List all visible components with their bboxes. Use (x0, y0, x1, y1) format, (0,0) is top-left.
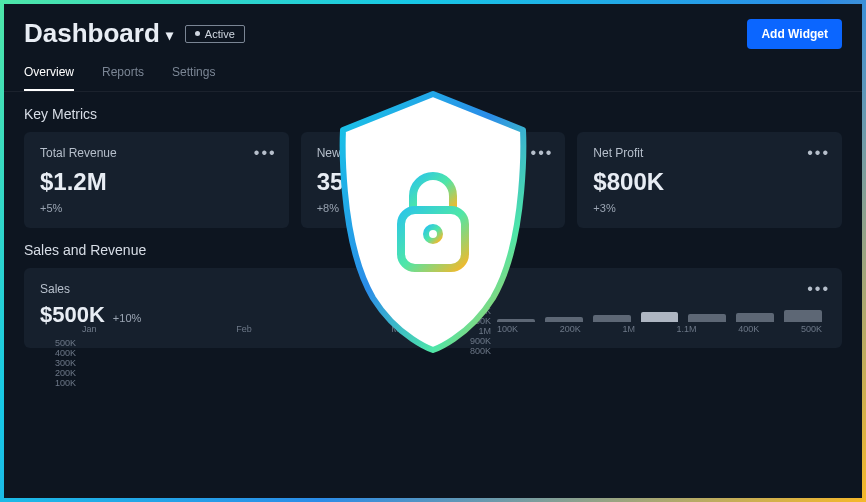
page-title: Dashboard (24, 18, 160, 49)
y-tick-label: 200K (455, 316, 491, 326)
x-tick-label: Jan (82, 324, 97, 338)
bar (641, 312, 679, 322)
status-dot-icon (195, 31, 200, 36)
metric-delta: +5% (40, 202, 273, 214)
metrics-row: ••• Total Revenue $1.2M +5% ••• New Cust… (4, 132, 862, 228)
bar-chart-card: ••• 300K200K1M900K800K 100K200K1M1.1M400… (439, 268, 842, 348)
x-tick-label: 100K (497, 324, 518, 338)
metric-card-new-customers: ••• New Customers 350 +8% (301, 132, 566, 228)
card-menu-button[interactable]: ••• (531, 144, 554, 162)
y-tick-label: 300K (40, 358, 76, 368)
sales-revenue-heading: Sales and Revenue (4, 228, 862, 268)
bar-chart: 300K200K1M900K800K 100K200K1M1.1M400K500… (455, 306, 826, 338)
metric-card-net-profit: ••• Net Profit $800K +3% (577, 132, 842, 228)
status-badge: Active (185, 25, 245, 43)
y-tick-label: 1M (455, 326, 491, 336)
y-tick-label: 400K (40, 348, 76, 358)
chart-title: Sales (40, 282, 411, 296)
x-tick-label: 500K (801, 324, 822, 338)
metric-value: 350 (317, 168, 550, 196)
sales-row: Sales $500K +10% 500K400K300K200K100K Ja… (4, 268, 862, 364)
status-badge-label: Active (205, 28, 235, 40)
y-tick-label: 500K (40, 338, 76, 348)
card-menu-button[interactable]: ••• (807, 144, 830, 162)
y-tick-label: 800K (455, 346, 491, 356)
tab-reports[interactable]: Reports (102, 57, 144, 91)
y-tick-label: 900K (455, 336, 491, 346)
page-title-dropdown[interactable]: Dashboard ▾ (24, 18, 173, 49)
x-tick-label: 400K (738, 324, 759, 338)
bar (497, 319, 535, 322)
metric-delta: +3% (593, 202, 826, 214)
y-tick-label: 200K (40, 368, 76, 378)
chart-delta: +10% (113, 312, 141, 324)
bar (784, 310, 822, 322)
x-tick-label: 200K (560, 324, 581, 338)
bar (736, 313, 774, 322)
metric-label: New Customers (317, 146, 550, 160)
bar (545, 317, 583, 322)
dashboard-app: Dashboard ▾ Active Add Widget Overview R… (4, 4, 862, 498)
metric-card-total-revenue: ••• Total Revenue $1.2M +5% (24, 132, 289, 228)
card-menu-button[interactable]: ••• (807, 280, 830, 298)
caret-down-icon: ▾ (166, 27, 173, 43)
tab-overview[interactable]: Overview (24, 57, 74, 91)
tab-settings[interactable]: Settings (172, 57, 215, 91)
bar (688, 314, 726, 322)
y-tick-label: 100K (40, 378, 76, 388)
metric-delta: +8% (317, 202, 550, 214)
x-tick-label: Mar (392, 324, 408, 338)
x-tick-label: 1M (622, 324, 635, 338)
y-tick-label: 300K (455, 306, 491, 316)
metric-label: Net Profit (593, 146, 826, 160)
metric-value: $800K (593, 168, 826, 196)
tabs: Overview Reports Settings (4, 57, 862, 92)
x-tick-label: 1.1M (677, 324, 697, 338)
sales-line-chart-card: Sales $500K +10% 500K400K300K200K100K Ja… (24, 268, 427, 348)
x-tick-label: Feb (236, 324, 252, 338)
metric-value: $1.2M (40, 168, 273, 196)
key-metrics-heading: Key Metrics (4, 92, 862, 132)
header: Dashboard ▾ Active Add Widget (4, 4, 862, 57)
bar (593, 315, 631, 322)
metric-label: Total Revenue (40, 146, 273, 160)
card-menu-button[interactable]: ••• (254, 144, 277, 162)
add-widget-button[interactable]: Add Widget (747, 19, 842, 49)
